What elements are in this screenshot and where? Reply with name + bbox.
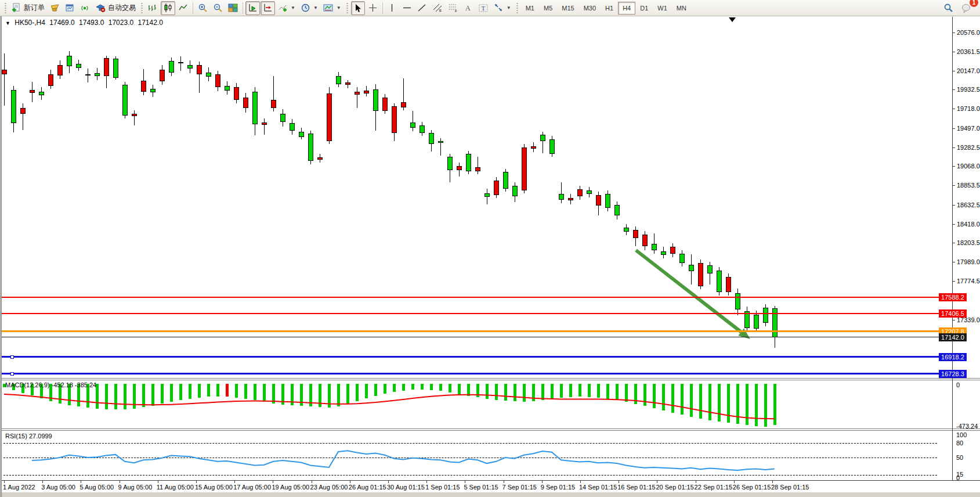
vertical-line-tool-button[interactable] — [385, 1, 399, 15]
arrows-tool-button[interactable]: ▼ — [491, 1, 513, 15]
time-axis-label: 14 Sep 01:15 — [579, 484, 617, 491]
new-order-icon — [12, 3, 21, 13]
candle-body — [522, 147, 527, 190]
zoom-in-button[interactable] — [196, 1, 210, 15]
text-tool-button[interactable]: A — [461, 1, 475, 15]
macd-axis-label: 0 — [956, 381, 960, 388]
rsi-level-line — [3, 443, 937, 444]
candle-body — [39, 92, 44, 95]
line-chart-mode-button[interactable] — [176, 1, 190, 15]
bar-chart-mode-button[interactable] — [146, 1, 160, 15]
toolbar-grip — [140, 3, 143, 13]
auto-trading-icon — [95, 3, 106, 13]
fibonacci-icon: F — [448, 3, 458, 13]
window-bottom-strip — [2, 492, 980, 497]
price-axis-label: 18203.5 — [957, 239, 980, 246]
price-level-line[interactable] — [2, 373, 952, 374]
timeframe-m15-button[interactable]: M15 — [557, 2, 578, 15]
price-level-line[interactable] — [2, 330, 952, 332]
line-handle[interactable] — [10, 372, 14, 376]
search-button[interactable] — [941, 1, 956, 15]
trendline-tool-button[interactable] — [415, 1, 429, 15]
timeframe-h4-button[interactable]: H4 — [618, 2, 635, 15]
macd-bar — [374, 384, 377, 396]
timeframe-w1-button[interactable]: W1 — [653, 2, 672, 15]
timeframe-m1-button[interactable]: M1 — [521, 2, 539, 15]
candle-body — [392, 106, 397, 133]
chart-shift-button[interactable] — [261, 1, 275, 15]
timeframe-d1-button[interactable]: D1 — [635, 2, 653, 15]
chart-profiles-button[interactable] — [48, 1, 62, 15]
macd-bar — [764, 384, 767, 427]
price-level-line[interactable] — [2, 356, 952, 358]
candle-body — [652, 244, 657, 250]
zoom-out-button[interactable] — [211, 1, 225, 15]
crosshair-tool-button[interactable] — [366, 1, 380, 15]
candle-body — [698, 263, 703, 286]
time-axis-tick — [734, 481, 735, 483]
templates-button[interactable]: ▼ — [321, 1, 343, 15]
candle-wick — [23, 103, 23, 130]
pane-separator[interactable] — [2, 428, 980, 431]
auto-trading-button[interactable]: 自动交易 — [93, 1, 138, 15]
timeframe-h1-button[interactable]: H1 — [601, 2, 618, 15]
tile-windows-icon — [228, 3, 238, 13]
candle-body — [308, 134, 313, 161]
new-order-button[interactable]: 新订单 — [9, 1, 47, 15]
macd-bar — [291, 384, 294, 405]
toolbar-grip — [346, 3, 349, 13]
line-handle[interactable] — [10, 355, 14, 359]
macd-bar — [569, 384, 572, 397]
horizontal-line-tool-button[interactable] — [400, 1, 414, 15]
market-watch-button[interactable] — [63, 1, 77, 15]
fibonacci-tool-button[interactable]: F — [446, 1, 461, 15]
timeframe-m5-button[interactable]: M5 — [539, 2, 557, 15]
macd-bar — [263, 384, 266, 402]
pane-separator[interactable] — [2, 378, 980, 380]
macd-label: MACD(12,26,9) — [5, 381, 49, 388]
candle-body — [132, 114, 137, 116]
channel-icon: E — [432, 3, 443, 13]
candle-body — [290, 123, 295, 131]
price-axis-label: 19068.0 — [957, 163, 980, 170]
toolbar-grip — [516, 3, 519, 13]
time-axis-tick — [465, 481, 465, 483]
macd-bar — [254, 384, 256, 400]
price-level-line[interactable] — [2, 313, 952, 314]
channel-tool-button[interactable]: E — [430, 1, 445, 15]
cursor-tool-button[interactable] — [351, 1, 365, 15]
signals-button[interactable] — [78, 1, 92, 15]
chart-window[interactable]: ▼ HK50-,H4 17469.0 17493.0 17023.0 17142… — [0, 16, 980, 497]
dropdown-caret: ▼ — [507, 5, 511, 10]
periods-button[interactable]: ▼ — [298, 1, 320, 15]
candle-body — [587, 190, 592, 194]
candlestick-mode-button[interactable] — [161, 1, 175, 15]
candle-body — [717, 271, 722, 292]
crosshair-icon — [368, 3, 378, 13]
tile-windows-button[interactable] — [226, 1, 240, 15]
candle-body — [85, 74, 91, 75]
price-level-line[interactable] — [2, 297, 952, 298]
timeframe-m30-button[interactable]: M30 — [579, 2, 601, 15]
chart-shift-marker[interactable] — [729, 17, 736, 22]
periods-icon — [301, 3, 310, 13]
indicators-button[interactable]: ▼ — [276, 1, 298, 15]
candle-body — [475, 167, 480, 171]
timeframe-mn-button[interactable]: MN — [672, 2, 691, 15]
rsi-axis-label: 80 — [956, 440, 963, 446]
macd-bar — [634, 384, 637, 404]
candle-body — [457, 166, 462, 170]
time-axis-tick — [580, 481, 581, 483]
macd-bar — [681, 384, 684, 415]
auto-scroll-button[interactable] — [245, 1, 260, 15]
text-label-tool-button[interactable]: T — [476, 1, 491, 15]
trendline-icon — [417, 3, 427, 13]
price-axis-tick — [952, 224, 955, 225]
price-level-line[interactable] — [2, 337, 952, 337]
signal-icon — [80, 3, 90, 13]
macd-bar — [170, 384, 173, 402]
candle-body — [596, 195, 601, 206]
search-icon — [943, 3, 953, 13]
notifications-button[interactable]: 1 — [959, 1, 974, 15]
rsi-axis-label: 50 — [956, 454, 963, 461]
